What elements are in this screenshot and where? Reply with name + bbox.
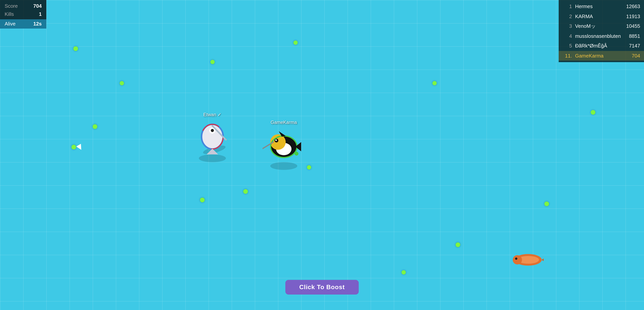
kills-row: Kills 1 (5, 10, 42, 18)
lb-row-11.: 11.GameKarma704 (559, 51, 644, 60)
lb-name: Hermes (575, 3, 621, 10)
food-salmon (513, 252, 544, 268)
alive-label: Alive (5, 20, 16, 28)
lb-rank: 4 (563, 32, 572, 40)
player-etwan-label: Etwan ✓ (203, 112, 221, 117)
lb-name: VenoMッ (575, 22, 621, 30)
food-dot-d5 (432, 81, 437, 85)
gamekarma-shadow (270, 162, 297, 170)
player-etwan: Etwan ✓ (193, 120, 232, 154)
lb-name: GameKarma (575, 52, 621, 60)
lb-rank: 3 (563, 22, 572, 30)
alive-value: 12s (34, 20, 42, 28)
lb-row-2: 2KARMA11913 (559, 12, 644, 21)
food-dot-d14 (402, 270, 406, 274)
salmon-svg (513, 252, 544, 268)
player-gamekarma-label: GameKarma (271, 120, 297, 125)
svg-point-5 (211, 129, 214, 132)
lb-score: 10455 (621, 22, 640, 30)
lb-row-1: 1Hermes12663 (559, 2, 644, 12)
lb-score: 704 (621, 52, 640, 60)
food-dot-d2 (210, 60, 215, 64)
food-dot-d12 (307, 165, 311, 170)
lb-name: ÐãRk*ØmÊğÂ (575, 42, 621, 50)
lb-score: 7147 (621, 42, 640, 50)
food-dot-d11 (544, 202, 549, 206)
svg-point-12 (275, 139, 277, 141)
cursor (76, 144, 84, 151)
gamekarma-fish (262, 128, 305, 162)
game-canvas: Etwan ✓ GameKar (0, 0, 644, 310)
food-dot-d4 (120, 81, 124, 85)
food-dot-d3 (294, 40, 298, 45)
lb-rank: 1 (563, 3, 572, 10)
kills-value: 1 (39, 10, 42, 18)
boost-button[interactable]: Click To Boost (285, 280, 359, 294)
svg-point-21 (513, 255, 522, 264)
svg-point-22 (515, 258, 517, 260)
lb-score: 12663 (621, 3, 640, 10)
hud-topleft: Score 704 Kills 1 Alive 12s (0, 0, 46, 29)
score-label: Score (5, 2, 18, 10)
alive-row: Alive 12s (0, 19, 46, 29)
score-row: Score 704 (5, 2, 42, 10)
food-dot-d7 (72, 145, 76, 150)
food-dot-d1 (73, 46, 78, 51)
lb-score: 8851 (621, 32, 640, 40)
lb-rank: 2 (563, 12, 572, 20)
lb-name: KARMA (575, 12, 621, 20)
lb-rank: 5 (563, 42, 572, 50)
lb-score: 11913 (621, 12, 640, 20)
kills-label: Kills (5, 10, 14, 18)
etwan-shadow (199, 154, 226, 162)
score-value: 704 (34, 2, 42, 10)
etwan-fish (193, 120, 232, 154)
food-dot-d13 (456, 242, 460, 247)
lb-row-4: 4musslosnasenbluten8851 (559, 31, 644, 41)
lb-name: musslosnasenbluten (575, 32, 621, 40)
lb-rank: 11. (563, 52, 572, 60)
food-dot-d10 (200, 198, 205, 202)
svg-point-17 (294, 152, 298, 156)
svg-marker-20 (542, 256, 544, 264)
game-container: Etwan ✓ GameKar (0, 0, 644, 310)
lb-row-5: 5ÐãRk*ØmÊğÂ7147 (559, 41, 644, 51)
player-gamekarma: GameKarma (262, 128, 305, 162)
food-dot-d9 (243, 189, 248, 194)
food-dot-d8 (591, 110, 595, 115)
lb-row-3: 3VenoMッ10455 (559, 21, 644, 31)
food-dot-d6 (93, 124, 97, 129)
leaderboard: 1Hermes126632KARMA119133VenoMッ104554muss… (559, 0, 644, 62)
